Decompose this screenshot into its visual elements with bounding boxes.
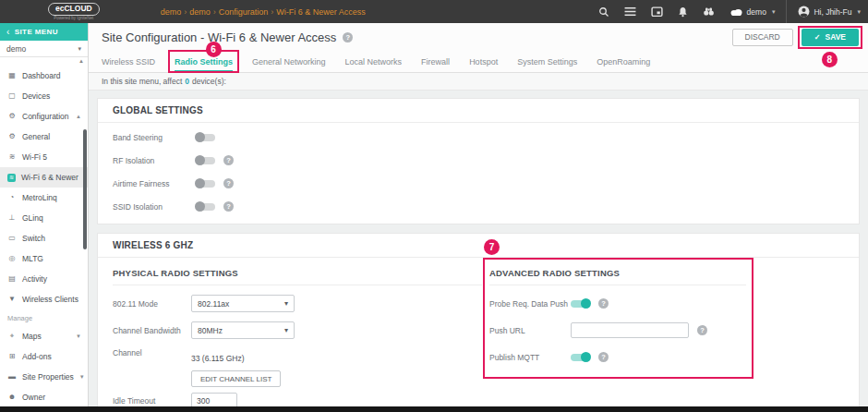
idle-timeout-input[interactable] [191,393,237,406]
help-icon[interactable] [598,352,609,362]
sidebar-section-manage: Manage [0,309,88,326]
discard-button[interactable]: DISCARD [732,29,793,46]
sidebar-item-wifi5[interactable]: ≋Wi-Fi 5 [0,147,88,167]
devices-icon: ▢ [7,92,17,100]
airtime-fairness-toggle[interactable] [196,180,215,188]
user-label: Hi, Jhih-Fu [814,7,851,17]
binoculars-icon[interactable] [703,6,715,17]
mode-row: 802.11 Mode 802.11ax [113,290,482,317]
help-icon[interactable] [223,155,234,165]
rf-isolation-toggle[interactable] [196,157,215,164]
chevron-up-icon: ▲ [76,114,81,119]
wireless-6ghz-card: WIRELESS 6 GHZ PHYSICAL RADIO SETTINGS 8… [97,233,860,406]
help-icon[interactable] [598,298,609,309]
topbar-actions: demo ▾ Hi, Jhih-Fu ▾ [591,0,868,23]
sidebar-item-dashboard[interactable]: ▦Dashboard [0,66,88,86]
sidebar-item-general[interactable]: ⚙General [0,127,88,147]
page-head: Site Configuration - Wi-Fi 6 & Newer Acc… [89,23,868,73]
brand-tagline: Powered by IgniteNet [54,17,93,21]
site-select[interactable]: demo [0,41,88,57]
main-content: Site Configuration - Wi-Fi 6 & Newer Acc… [89,23,868,406]
push-url-row: Push URL [489,317,746,344]
mode-select[interactable]: 802.11ax [191,295,295,312]
tab-openroaming[interactable]: OpenRoaming [597,51,650,72]
airtime-fairness-row: Airtime Fairness [113,172,844,195]
global-settings-card: GLOBAL SETTINGS Band Steering RF Isolati… [97,98,860,224]
tab-wireless-ssid[interactable]: Wireless SSID [102,51,155,72]
ssid-isolation-toggle[interactable] [196,203,215,211]
sidebar-item-activity[interactable]: ▤Activity [0,269,88,289]
band-steering-row: Band Steering [113,126,844,149]
push-url-input[interactable] [571,322,689,338]
addons-icon: ⊞ [7,353,17,360]
breadcrumb-item[interactable]: Configuration [219,7,269,17]
configuration-icon: ⚙ [7,113,17,120]
edit-channel-list-button[interactable]: EDIT CHANNEL LIST [191,370,281,387]
brand-logo[interactable]: ecCLOUD Powered by IgniteNet [48,3,100,20]
advanced-radio-settings-title: ADVANCED RADIO SETTINGS [489,261,746,285]
tab-firewall[interactable]: Firewall [421,51,450,72]
channel-value: 33 (6.115 GHz) [191,354,244,363]
wifi6-icon: ≋ [7,174,16,182]
wireless-6ghz-title: WIRELESS 6 GHZ [98,234,859,258]
search-icon[interactable] [598,6,609,18]
mltg-icon: ◎ [7,255,17,262]
site-properties-icon: ▬ [7,373,17,381]
sidebar-item-configuration[interactable]: ⚙Configuration▲ [0,106,88,127]
user-avatar-icon [798,6,810,18]
user-menu[interactable]: Hi, Jhih-Fu ▾ [798,0,861,23]
global-settings-title: GLOBAL SETTINGS [98,99,859,123]
list-icon[interactable] [624,6,636,17]
help-icon[interactable] [223,201,234,212]
idle-timeout-row: Idle Timeout [113,387,482,406]
dashboard-icon: ▦ [7,72,17,79]
activity-icon: ▤ [7,275,17,283]
breadcrumb-item[interactable]: Wi-Fi 6 & Newer Access [276,7,366,17]
site-menu-toggle[interactable]: SITE MENU [0,23,88,41]
publish-mqtt-toggle[interactable] [571,354,590,361]
sidebar-scrollbar[interactable] [83,129,87,249]
band-steering-toggle[interactable] [196,134,215,141]
tab-local-networks[interactable]: Local Networks [345,51,403,72]
sidebar-item-mltg[interactable]: ◎MLTG [0,248,88,269]
chevron-down-icon: ▾ [772,8,776,16]
tab-hotspot[interactable]: Hotspot [469,51,498,72]
sidebar-item-owner[interactable]: ☻Owner [0,387,88,406]
sidebar-item-site-properties[interactable]: ▬Site Properties▼ [0,367,88,387]
sidebar-item-glinq[interactable]: ⊥GLinq [0,208,88,228]
sidebar-item-maps[interactable]: ⌖Maps▼ [0,326,88,346]
save-button[interactable]: SAVE [802,29,859,46]
sidebar-item-switch[interactable]: ▭Switch [0,228,88,248]
sidebar-item-devices[interactable]: ▢Devices [0,86,88,106]
notifications-bell-icon[interactable] [678,6,688,18]
breadcrumb-item[interactable]: demo [189,7,211,17]
sidebar-item-addons[interactable]: ⊞Add-ons [0,346,88,367]
page-title: Site Configuration - Wi-Fi 6 & Newer Acc… [102,30,336,44]
device-affect-notice: In this site menu, affect0device(s): [89,73,868,91]
gear-icon: ⚙ [7,133,17,140]
monitor-icon[interactable] [651,6,663,18]
tab-general-networking[interactable]: General Networking [252,51,326,72]
sidebar-item-wifi6-newer[interactable]: ≋Wi-Fi 6 & Newer [0,167,88,188]
sidebar-item-wireless-clients[interactable]: ▼Wireless Clients [0,289,88,309]
ssid-isolation-row: SSID Isolation [113,195,844,218]
probe-req-toggle[interactable] [571,300,590,308]
breadcrumb-item[interactable]: demo [161,7,182,17]
physical-radio-settings: PHYSICAL RADIO SETTINGS 802.11 Mode 802.… [113,261,482,406]
publish-mqtt-row: Publish MQTT [489,344,746,370]
tab-system-settings[interactable]: System Settings [517,51,577,72]
page-help-icon[interactable] [343,32,353,42]
sidebar-scroll-down-icon[interactable]: ▼ [79,374,85,380]
sidebar-item-metrolinq[interactable]: ◔MetroLinq [0,188,88,208]
cloud-selector[interactable]: demo ▾ [729,0,776,23]
switch-icon: ▭ [7,235,17,242]
wireless-clients-icon: ▼ [7,296,17,303]
tab-radio-settings[interactable]: Radio Settings [175,51,233,72]
help-icon[interactable] [223,178,234,188]
bandwidth-select[interactable]: 80MHz [191,321,295,339]
owner-icon: ☻ [7,394,17,401]
sidebar-scroll-up-icon[interactable]: ▲ [0,57,88,66]
help-icon[interactable] [697,325,707,335]
cloud-icon [729,7,743,17]
brand-name: ecCLOUD [48,3,100,16]
